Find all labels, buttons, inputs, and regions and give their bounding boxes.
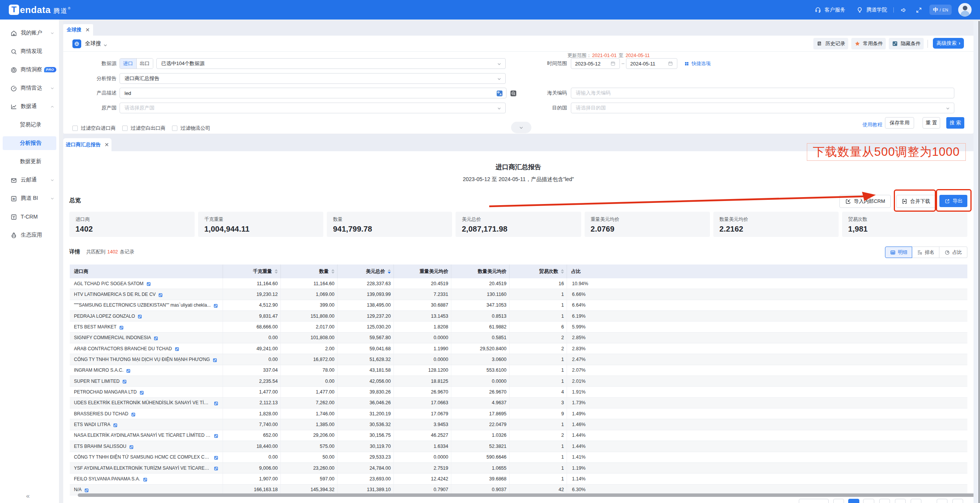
view-switch-ratio[interactable]: 占比 xyxy=(939,247,967,258)
sort-carets[interactable] xyxy=(331,269,334,274)
translate-icon[interactable]: 中A xyxy=(496,90,503,97)
company-link-icon[interactable] xyxy=(143,477,147,481)
table-row[interactable]: PEDRAJA LOPEZ GONZALO9,831.47151,808.001… xyxy=(70,311,967,322)
table-row[interactable]: CÔNG TY TNHH ĐIỆN TỬ SAMSUNG HCMC CE COM… xyxy=(70,452,967,463)
page-size-select[interactable] xyxy=(799,499,829,503)
table-row[interactable]: PETROCHAD MANGARA LTD1,477.001,477.0039,… xyxy=(70,387,967,397)
column-header[interactable]: 千克重量 xyxy=(223,265,281,278)
history-button[interactable]: 历史记录 xyxy=(813,38,848,49)
sort-carets[interactable] xyxy=(561,269,564,274)
tutorial-link[interactable]: 使用教程 xyxy=(862,119,882,131)
export-toggle[interactable]: 出口 xyxy=(136,59,153,69)
company-link-icon[interactable] xyxy=(213,357,217,362)
origin-country-select[interactable]: 请选择原产国 xyxy=(120,103,506,113)
user-avatar[interactable] xyxy=(958,3,972,16)
table-row[interactable]: ETS BRAHIM SALISSOU18,440.00575.0030,119… xyxy=(70,441,967,452)
pagination-button[interactable] xyxy=(833,499,844,503)
destination-country-select[interactable]: 请选择目的国 xyxy=(571,103,954,113)
table-row[interactable]: HTV LATINOAMERICA S DE RL DE CV19,230.12… xyxy=(70,289,967,300)
company-link-icon[interactable] xyxy=(138,314,142,318)
save-common-button[interactable]: 保存常用 xyxy=(885,117,914,129)
table-row[interactable]: ETS BEST MARKET68,666.002,017.00125,030.… xyxy=(70,322,967,332)
announcement-button[interactable] xyxy=(900,7,907,13)
product-description-input[interactable]: led 中A xyxy=(120,88,506,98)
company-link-icon[interactable] xyxy=(154,335,158,340)
sidebar-item[interactable]: T-CRM xyxy=(0,207,59,226)
table-row[interactable]: NASA ELEKTRİK AYDINLATMA SANAYİ VE TİCAR… xyxy=(70,430,967,441)
company-link-icon[interactable] xyxy=(214,433,218,438)
import-crm-button[interactable]: 导入内部CRM xyxy=(839,195,891,208)
table-row[interactable]: SIGNIFY COMMERCIAL INDONESIA0.00101,808.… xyxy=(70,333,967,343)
language-toggle[interactable]: 中 / EN xyxy=(929,5,952,15)
company-link-icon[interactable] xyxy=(214,455,218,459)
sort-carets[interactable] xyxy=(275,269,278,274)
pagination-button[interactable] xyxy=(848,499,859,503)
company-link-icon[interactable] xyxy=(214,400,218,405)
sidebar-item[interactable]: 商情洞察PRO xyxy=(0,60,59,79)
horizontal-scrollbar[interactable] xyxy=(78,493,975,497)
close-icon[interactable]: ✕ xyxy=(105,142,109,147)
reset-button[interactable]: 重 置 xyxy=(923,117,940,129)
report-type-select[interactable]: 进口商汇总报告 xyxy=(120,73,506,84)
sidebar-item[interactable]: 云邮通 xyxy=(0,171,59,189)
fuzzy-search-button[interactable] xyxy=(510,90,517,96)
pagination-button[interactable] xyxy=(879,499,890,503)
sort-carets[interactable] xyxy=(388,269,391,274)
company-link-icon[interactable] xyxy=(126,368,131,372)
filter-checkbox[interactable]: 过滤空白进口商 xyxy=(72,125,116,132)
search-button[interactable]: 搜 索 xyxy=(946,117,964,129)
advanced-search-button[interactable]: 高级搜索› xyxy=(933,38,964,49)
company-link-icon[interactable] xyxy=(119,325,124,329)
sidebar-item[interactable]: 生态应用 xyxy=(0,226,59,244)
tab-global-search[interactable]: 全球搜 ✕ xyxy=(63,24,93,36)
sidebar-collapse-button[interactable]: « xyxy=(26,492,29,500)
collapse-form-button[interactable] xyxy=(511,122,531,133)
module-chevron-icon[interactable] xyxy=(103,41,108,48)
table-row[interactable]: SUPER NET LIMITED2,235.540.0042,056.0018… xyxy=(70,376,967,387)
filter-checkbox[interactable]: 过滤物流公司 xyxy=(172,125,210,132)
column-header[interactable]: 美元总价 xyxy=(338,265,394,278)
company-link-icon[interactable] xyxy=(139,390,144,394)
date-from-input[interactable]: 2023-05-12 xyxy=(571,58,620,69)
hide-conditions-button[interactable]: 隐藏条件 xyxy=(889,38,924,49)
company-link-icon[interactable] xyxy=(214,466,218,470)
sidebar-subitem-active[interactable]: 分析报告 xyxy=(3,136,56,150)
filter-checkbox[interactable]: 过滤空白出口商 xyxy=(122,125,166,132)
favorites-button[interactable]: 常用条件 xyxy=(851,38,886,49)
sidebar-item[interactable]: 我的账户 xyxy=(0,24,59,42)
data-source-select[interactable]: 已选中104个数据源 xyxy=(156,58,506,69)
sidebar-subitem[interactable]: 数据更新 xyxy=(0,152,59,171)
table-row[interactable]: FEILO SYLVANIA PANAMA S.A.1,907.00597.00… xyxy=(70,474,967,484)
pagination-button[interactable] xyxy=(937,499,947,503)
column-header[interactable]: 贸易次数 xyxy=(510,265,567,278)
pagination-button[interactable] xyxy=(895,499,906,503)
table-row[interactable]: INGRAM MICRO S.A.C.337.0478.0043,181.581… xyxy=(70,365,967,376)
table-row[interactable]: YSF AYDINLATMA ELEKTRONİK TURİZM SANAYİ … xyxy=(70,463,967,474)
pagination-button[interactable] xyxy=(863,499,874,503)
table-row[interactable]: """SAMSUNG ELECTRONICS UZBEKISTAN"" mas`… xyxy=(70,300,967,311)
quick-options-button[interactable]: 快捷选项 xyxy=(684,58,711,69)
pagination-button[interactable] xyxy=(911,499,921,503)
import-toggle[interactable]: 进口 xyxy=(120,59,136,69)
sidebar-item[interactable]: 商情发现 xyxy=(0,42,59,60)
company-link-icon[interactable] xyxy=(213,303,218,307)
view-switch-detail[interactable]: 明细 xyxy=(885,247,912,258)
close-icon[interactable]: ✕ xyxy=(85,27,90,33)
view-switch-rank[interactable]: 排名 xyxy=(912,247,939,258)
company-link-icon[interactable] xyxy=(146,281,151,286)
sidebar-item[interactable]: 商情雷达 xyxy=(0,79,59,97)
table-row[interactable]: UDES ELEKTRİK ELEKTRONİK MÜHENDİSLİK SAN… xyxy=(70,398,967,408)
table-row[interactable]: BRASSERIES DU TCHAD1,828.001,746.0031,20… xyxy=(70,408,967,419)
pagination-button[interactable] xyxy=(952,499,963,503)
sidebar-subitem[interactable]: 贸易记录 xyxy=(0,116,59,134)
company-link-icon[interactable] xyxy=(122,379,127,384)
vertical-scrollbar[interactable] xyxy=(973,21,980,503)
sidebar-item[interactable]: 数据通 xyxy=(0,97,59,116)
sidebar-item[interactable]: BI腾道 BI xyxy=(0,189,59,207)
company-link-icon[interactable] xyxy=(113,422,118,427)
date-to-input[interactable]: 2024-05-11 xyxy=(626,58,677,69)
table-row[interactable]: AGL TCHAD P/C SOGEA SATOM11,164.6011,164… xyxy=(70,278,967,289)
customer-service-link[interactable]: 客户服务 xyxy=(814,7,845,13)
company-link-icon[interactable] xyxy=(84,487,89,492)
company-link-icon[interactable] xyxy=(131,412,136,416)
